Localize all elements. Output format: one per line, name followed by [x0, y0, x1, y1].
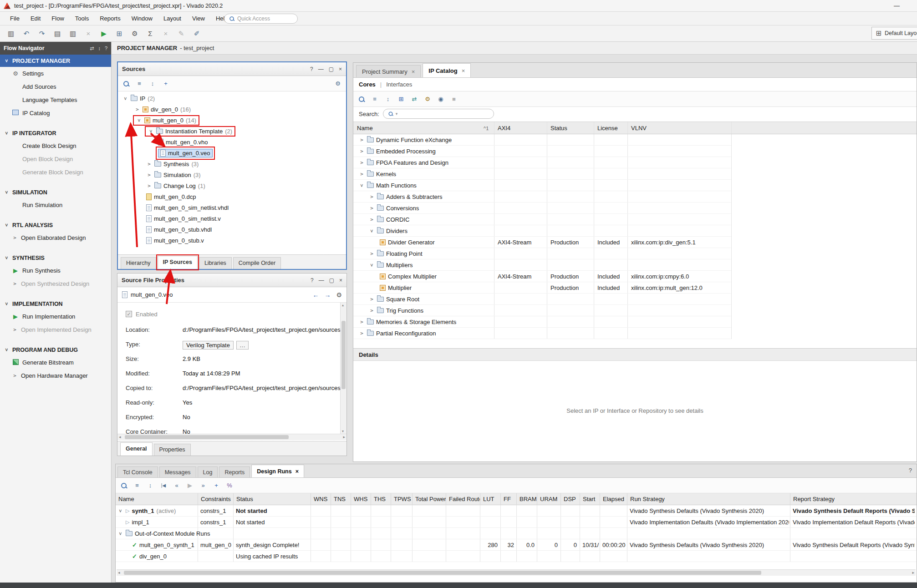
menu-reports[interactable]: Reports — [94, 12, 126, 25]
copy-icon[interactable]: ▥ — [68, 30, 77, 38]
catalog-row-conversions[interactable]: > Conversions — [353, 203, 731, 214]
tab-properties[interactable]: Properties — [154, 444, 191, 456]
tab-log[interactable]: Log — [198, 466, 218, 477]
run-row-impl-1[interactable]: ▷ impl_1 constrs_1 Not started Vivado Im… — [116, 517, 917, 528]
help-icon[interactable]: ? — [909, 467, 912, 474]
tree-item-change-log[interactable]: > Change Log (1) — [118, 180, 346, 191]
percent-icon[interactable]: % — [226, 482, 233, 489]
probe-brush-icon[interactable]: ✐ — [192, 30, 201, 38]
menu-tools[interactable]: Tools — [70, 12, 94, 25]
run-row-synth-1[interactable]: > ▷ synth_1 (active) constrs_1 Not start… — [116, 505, 917, 517]
flow-nav-item-settings[interactable]: ⚙ Settings — [0, 67, 111, 80]
tab-messages[interactable]: Messages — [159, 466, 196, 477]
catalog-row-square-root[interactable]: > Square Root — [353, 294, 731, 305]
catalog-row-complex-multiplier[interactable]: Complex Multiplier AXI4-Stream Productio… — [353, 271, 731, 282]
run-row-mult-gen-synth[interactable]: ✓ mult_gen_0_synth_1 mult_gen_0 synth_de… — [116, 539, 917, 551]
enabled-checkbox[interactable]: ✓ — [126, 311, 132, 317]
run-row-out-of-context[interactable]: > Out-of-Context Module Runs — [116, 528, 917, 539]
flow-nav-item-add-sources[interactable]: Add Sources — [0, 80, 111, 93]
create-run-icon[interactable]: + — [213, 482, 220, 489]
add-sources-icon[interactable]: + — [162, 80, 169, 87]
section-program-and-debug[interactable]: > PROGRAM AND DEBUG — [0, 344, 111, 356]
sources-panel-header[interactable]: Sources ? — ▢ × — [118, 62, 346, 76]
blocks-icon[interactable]: ⊞ — [115, 30, 124, 38]
chevron-down-icon[interactable]: > — [136, 117, 142, 123]
section-ip-integrator[interactable]: > IP INTEGRATOR — [0, 127, 111, 139]
catalog-row-floating-point[interactable]: > Floating Point — [353, 248, 731, 259]
col-lut[interactable]: LUT — [480, 493, 500, 505]
vertical-scrollbar[interactable]: ▴ ▾ — [340, 303, 346, 434]
expand-all-icon[interactable]: ↕ — [147, 482, 154, 489]
help-icon[interactable]: ? — [311, 277, 314, 284]
col-tns[interactable]: TNS — [331, 493, 351, 505]
chevron-right-icon[interactable]: > — [359, 319, 365, 325]
menu-file[interactable]: File — [5, 12, 25, 25]
col-whs[interactable]: WHS — [351, 493, 371, 505]
tree-item-dcp[interactable]: mult_gen_0.dcp — [118, 191, 346, 202]
more-button[interactable]: … — [236, 341, 249, 350]
close-icon[interactable]: × — [339, 66, 342, 72]
catalog-row-math-functions[interactable]: > Math Functions — [353, 180, 731, 191]
col-status[interactable]: Status — [233, 493, 311, 505]
chevron-right-icon[interactable]: > — [134, 106, 140, 112]
catalog-row-partial-reconfiguration[interactable]: > Partial Reconfiguration — [353, 328, 731, 339]
chevron-down-icon[interactable]: > — [369, 228, 375, 234]
dock-icon[interactable]: ⇄ — [90, 46, 94, 51]
settings-gear-icon[interactable]: ⚙ — [334, 80, 341, 87]
web-icon[interactable]: ◉ — [437, 96, 444, 102]
search-icon[interactable] — [122, 80, 130, 87]
menu-flow[interactable]: Flow — [46, 12, 69, 25]
chevron-right-icon[interactable]: > — [369, 194, 375, 200]
col-bram[interactable]: BRAM — [516, 493, 537, 505]
section-implementation[interactable]: > IMPLEMENTATION — [0, 298, 111, 310]
flow-nav-item-generate-bitstream[interactable]: Generate Bitstream — [0, 356, 111, 369]
tab-design-runs[interactable]: Design Runs × — [251, 465, 304, 477]
tree-item-mult-gen[interactable]: > mult_gen_0 (14) — [118, 115, 346, 126]
undo-icon[interactable]: ↶ — [22, 30, 31, 38]
tab-hierarchy[interactable]: Hierarchy — [121, 257, 156, 269]
chevron-right-icon[interactable]: > — [369, 296, 375, 302]
col-start[interactable]: Start — [580, 493, 600, 505]
minimize-icon[interactable]: — — [318, 66, 324, 72]
column-header-name[interactable]: Name — [353, 122, 494, 135]
section-rtl-analysis[interactable]: > RTL ANALYSIS — [0, 219, 111, 231]
edit-pencil-icon[interactable]: ✎ — [177, 30, 186, 38]
minimize-icon[interactable]: — — [319, 277, 324, 284]
col-dsp[interactable]: DSP — [560, 493, 580, 505]
collapse-all-icon[interactable]: ≡ — [136, 80, 143, 87]
chevron-right-icon[interactable]: > — [369, 308, 375, 314]
tree-item-simulation[interactable]: > Simulation (3) — [118, 169, 346, 180]
scroll-up-icon[interactable]: ▴ — [342, 303, 344, 307]
col-wns[interactable]: WNS — [311, 493, 331, 505]
chevron-down-icon[interactable]: > — [359, 182, 365, 188]
scrollbar-thumb[interactable] — [124, 571, 761, 575]
catalog-row-dividers[interactable]: > Dividers — [353, 225, 731, 237]
redo-icon[interactable]: ↷ — [37, 30, 46, 38]
tree-item-vho[interactable]: mult_gen_0.vho — [118, 137, 346, 147]
close-icon[interactable]: × — [462, 64, 465, 77]
catalog-row-cordic[interactable]: > CORDIC — [353, 214, 731, 225]
flow-nav-item-run-simulation[interactable]: Run Simulation — [0, 198, 111, 212]
tab-ip-catalog[interactable]: IP Catalog × — [423, 63, 471, 77]
col-constraints[interactable]: Constraints — [198, 493, 233, 505]
flow-nav-item-run-implementation[interactable]: ▶ Run Implementation — [0, 310, 111, 323]
chevron-right-icon[interactable]: > — [146, 161, 152, 167]
fast-forward-icon[interactable]: » — [199, 482, 207, 489]
catalog-row-memories[interactable]: > Memories & Storage Elements — [353, 316, 731, 328]
flow-nav-item-open-hardware-manager[interactable]: > Open Hardware Manager — [0, 369, 111, 382]
scroll-left-icon[interactable]: ◂ — [119, 435, 121, 439]
taxonomy-view-icon[interactable]: ⊞ — [397, 96, 405, 102]
properties-panel-header[interactable]: Source File Properties ? — ▢ × — [117, 274, 346, 287]
col-tpws[interactable]: TPWS — [391, 493, 412, 505]
flow-nav-item-open-implemented-design[interactable]: > Open Implemented Design — [0, 323, 111, 336]
col-name[interactable]: Name — [116, 493, 198, 505]
chevron-right-icon[interactable]: > — [359, 330, 365, 336]
col-total-power[interactable]: Total Power — [412, 493, 446, 505]
column-header-license[interactable]: License — [594, 122, 627, 135]
menu-view[interactable]: View — [187, 12, 210, 25]
col-report-strategy[interactable]: Report Strategy — [790, 493, 916, 505]
catalog-row-dynamic-function-exchange[interactable]: > Dynamic Function eXchange — [353, 134, 731, 146]
scroll-right-icon[interactable]: ▸ — [343, 435, 345, 439]
scrollbar-thumb[interactable] — [125, 435, 289, 439]
collapse-all-icon[interactable]: ≡ — [371, 96, 378, 102]
